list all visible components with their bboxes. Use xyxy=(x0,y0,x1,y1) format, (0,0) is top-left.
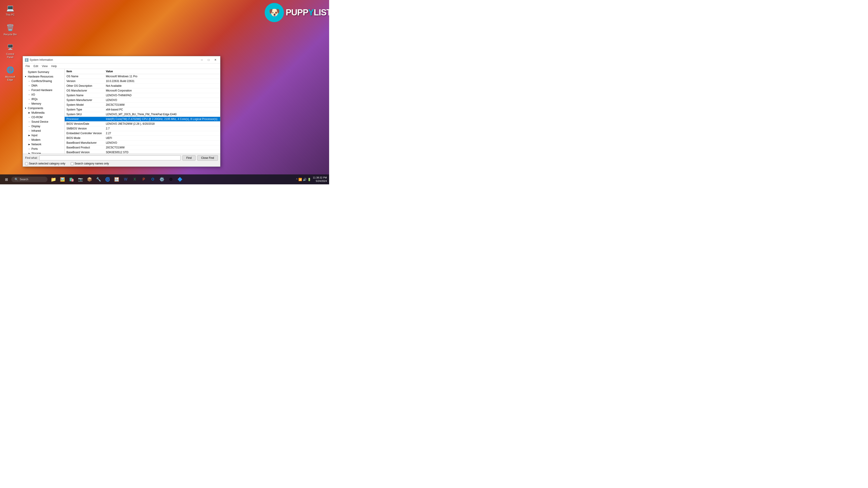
expand-icon: ▼ xyxy=(24,75,27,78)
taskbar-app-settings3[interactable]: ⚙ xyxy=(167,175,175,184)
tree-item-sound-device[interactable]: – Sound Device xyxy=(23,120,64,124)
taskbar-app-word[interactable]: W xyxy=(122,175,130,184)
menu-view[interactable]: View xyxy=(40,64,50,68)
tree-item-components[interactable]: ▼ Components xyxy=(23,106,64,110)
tree-label-conflicts: Conflicts/Sharing xyxy=(31,79,52,83)
table-row[interactable]: OS NameMicrosoft Windows 11 Pro xyxy=(65,74,220,79)
table-row[interactable]: OS ManufacturerMicrosoft Corporation xyxy=(65,88,220,93)
tree-item-input[interactable]: ▶ Input xyxy=(23,133,64,138)
tree-item-storage[interactable]: ▶ Storage xyxy=(23,151,64,154)
taskbar-app-excel[interactable]: X xyxy=(131,175,139,184)
tree-item-cd-rom[interactable]: – CD-ROM xyxy=(23,115,64,120)
taskbar-clock[interactable]: 11:38:32 PM 5/24/2024 xyxy=(313,176,327,183)
find-input[interactable] xyxy=(39,156,181,160)
table-row[interactable]: Version10.0.22631 Build 22631 xyxy=(65,79,220,84)
tree-item-modem[interactable]: – Modem xyxy=(23,138,64,142)
tree-item-system-summary[interactable]: System Summary xyxy=(23,70,64,74)
volume-icon[interactable]: 🔊 xyxy=(303,178,307,181)
table-row[interactable]: BaseBoard VersionSDK0E50512 STD xyxy=(65,150,220,154)
tree-item-network[interactable]: ▶ Network xyxy=(23,142,64,147)
edge-label: Microsoft Edge xyxy=(3,75,17,81)
taskbar-app-tool[interactable]: 🔧 xyxy=(94,175,103,184)
desktop-icon-recycle-bin[interactable]: 🗑️ Recycle Bin xyxy=(2,22,18,37)
row-item: System Manufacturer xyxy=(65,98,104,103)
taskbar-app-files[interactable]: 📁 xyxy=(49,175,57,184)
find-button[interactable]: Find xyxy=(182,155,195,161)
taskbar-app-edge[interactable]: 🌀 xyxy=(103,175,112,184)
tree-item-hardware-resources[interactable]: ▼ Hardware Resources xyxy=(23,74,64,79)
taskbar-app-camera[interactable]: 📷 xyxy=(76,175,85,184)
table-row[interactable]: BIOS Version/DateLENOVO J9ETA2WW (2.28 )… xyxy=(65,122,220,126)
taskbar-app-browser[interactable]: 🖼️ xyxy=(58,175,66,184)
taskbar: ⊞ 🔍 Search 📁 🖼️ 🛍️ 📷 📦 🔧 🌀 🪟 W X P O ⚙️ … xyxy=(0,174,329,184)
taskbar-app-outlook[interactable]: O xyxy=(149,175,157,184)
detail-table: Item Value OS NameMicrosoft Windows 11 P… xyxy=(65,69,220,154)
tree-item-memory[interactable]: – Memory xyxy=(23,101,64,106)
search-text: Search xyxy=(20,178,28,181)
start-button[interactable]: ⊞ xyxy=(2,175,10,184)
checkbox-category-names[interactable]: Search category names only xyxy=(71,162,109,165)
col-item: Item xyxy=(65,69,104,74)
tree-label-multimedia: Multimedia xyxy=(31,111,44,114)
row-item: BaseBoard Version xyxy=(65,150,104,154)
tree-item-multimedia[interactable]: ▶ Multimedia xyxy=(23,110,64,115)
table-row[interactable]: System NameLENOVO-THINKPAD xyxy=(65,93,220,98)
desktop-icon-edge[interactable]: 🌐 Microsoft Edge xyxy=(2,64,18,83)
maximize-button[interactable]: □ xyxy=(206,58,212,62)
tree-item-dma[interactable]: – DMA xyxy=(23,84,64,88)
taskbar-app-grid[interactable]: 📦 xyxy=(86,175,94,184)
expand-icon: – xyxy=(27,125,31,128)
menu-help[interactable]: Help xyxy=(50,64,59,68)
tree-item-io[interactable]: – I/O xyxy=(23,92,64,97)
expand-icon xyxy=(24,70,27,74)
row-value: LENOVO_MT_20C5_BU_Think_FM_ThinkPad Edge… xyxy=(104,112,220,117)
expand-icon: ▶ xyxy=(27,111,31,115)
menu-file[interactable]: File xyxy=(24,64,32,68)
checkbox-selected-category-input[interactable] xyxy=(25,162,28,165)
taskbar-app-store[interactable]: 🛍️ xyxy=(67,175,75,184)
tree-item-conflicts[interactable]: – Conflicts/Sharing xyxy=(23,79,64,84)
tree-item-infrared[interactable]: – Infrared xyxy=(23,129,64,133)
menu-edit[interactable]: Edit xyxy=(32,64,40,68)
table-row[interactable]: SMBIOS Version2.7 xyxy=(65,126,220,131)
desktop-icon-control-panel[interactable]: 🖥️ Control Panel xyxy=(2,41,18,60)
table-row[interactable]: Embedded Controller Version2.27 xyxy=(65,131,220,136)
expand-icon: – xyxy=(27,102,31,105)
battery-icon[interactable]: 🔋 xyxy=(307,178,311,181)
taskbar-app-settings2[interactable]: ⚙️ xyxy=(158,175,166,184)
table-row[interactable]: Other OS DescriptionNot Available xyxy=(65,84,220,88)
tree-label-dma: DMA xyxy=(31,84,37,87)
table-row[interactable]: BIOS ModeUEFI xyxy=(65,136,220,140)
wifi-icon[interactable]: 📶 xyxy=(298,178,302,181)
tree-item-irqs[interactable]: – IRQs xyxy=(23,97,64,101)
table-row[interactable]: ProcessorIntel(R) Core(TM) i7-4702MQ CPU… xyxy=(65,117,220,122)
tree-item-forced-hardware[interactable]: – Forced Hardware xyxy=(23,88,64,92)
edge-icon: 🌐 xyxy=(6,66,15,74)
checkbox-selected-category-label: Search selected category only xyxy=(29,162,65,165)
row-value: LENOVO xyxy=(104,98,220,103)
tree-item-ports[interactable]: – Ports xyxy=(23,147,64,151)
table-row[interactable]: System ManufacturerLENOVO xyxy=(65,98,220,103)
find-row: Find what: Find Close Find xyxy=(25,155,218,161)
close-button[interactable]: ✕ xyxy=(213,58,218,62)
expand-icon: – xyxy=(27,93,31,96)
desktop-icon-this-pc[interactable]: 💻 This PC xyxy=(2,2,18,18)
taskbar-app-blue[interactable]: 🔷 xyxy=(176,175,184,184)
table-row[interactable]: System Typex64-based PC xyxy=(65,107,220,112)
close-find-button[interactable]: Close Find xyxy=(197,155,218,161)
taskbar-search[interactable]: 🔍 Search xyxy=(11,177,48,182)
tree-item-display[interactable]: – Display xyxy=(23,124,64,129)
taskbar-app-windows[interactable]: 🪟 xyxy=(113,175,121,184)
taskbar-app-powerpoint[interactable]: P xyxy=(140,175,148,184)
table-row[interactable]: BaseBoard ManufacturerLENOVO xyxy=(65,140,220,145)
tree-panel[interactable]: System Summary ▼ Hardware Resources – Co… xyxy=(23,69,65,154)
chevron-up-icon[interactable]: ^ xyxy=(296,178,297,181)
table-row[interactable]: System SKULENOVO_MT_20C5_BU_Think_FM_Thi… xyxy=(65,112,220,117)
table-row[interactable]: BaseBoard Product20C5CTO1WW xyxy=(65,145,220,150)
tree-label-system-summary: System Summary xyxy=(28,70,49,74)
minimize-button[interactable]: ─ xyxy=(199,58,205,62)
table-row[interactable]: System Model20C5CTO1WW xyxy=(65,103,220,107)
checkbox-selected-category[interactable]: Search selected category only xyxy=(25,162,65,165)
detail-panel[interactable]: Item Value OS NameMicrosoft Windows 11 P… xyxy=(65,69,220,154)
checkbox-category-names-input[interactable] xyxy=(71,162,74,165)
